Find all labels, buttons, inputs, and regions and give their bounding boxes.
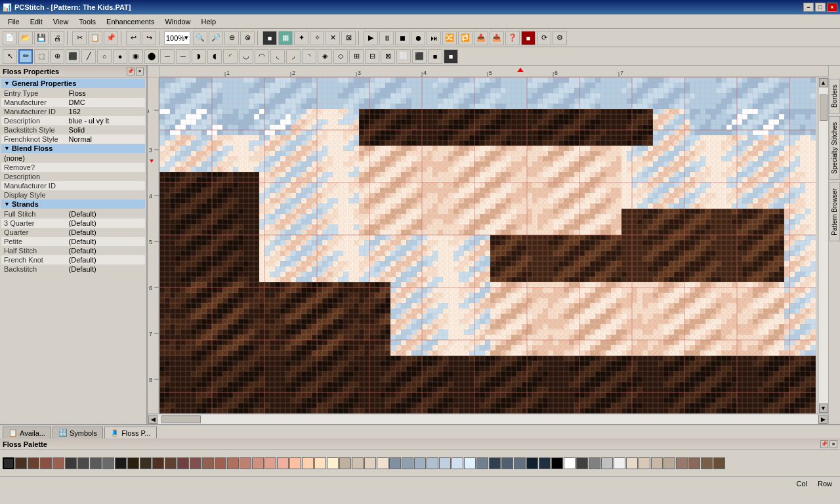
palette-swatch-38[interactable]	[476, 457, 488, 469]
s-tool[interactable]: ■	[444, 49, 458, 64]
palette-swatch-8[interactable]	[102, 457, 114, 469]
floss-panel-close[interactable]: ×	[136, 68, 144, 75]
palette-close-button[interactable]: ×	[830, 440, 837, 448]
r-tool[interactable]: ■	[428, 49, 442, 64]
symbols-tab[interactable]: 🔣 Symbols	[52, 427, 103, 438]
pick-tool[interactable]: ⊕	[50, 49, 64, 64]
palette-swatch-7[interactable]	[90, 457, 102, 469]
palette-swatch-5[interactable]	[65, 457, 77, 469]
palette-swatch-34[interactable]	[427, 457, 438, 469]
palette-swatch-52[interactable]	[651, 457, 663, 469]
palette-swatch-21[interactable]	[264, 457, 276, 469]
v-scrollbar[interactable]: ▲ ▼	[818, 77, 828, 413]
palette-swatch-35[interactable]	[439, 457, 451, 469]
zoom-dropdown-arrow[interactable]: ▾	[184, 33, 188, 42]
palette-swatch-32[interactable]	[402, 457, 413, 469]
undo-button[interactable]: ↩	[126, 31, 140, 45]
palette-swatch-47[interactable]	[589, 457, 600, 469]
p-tool[interactable]: ⬜	[396, 49, 411, 64]
zoom-in-button[interactable]: 🔎	[209, 31, 223, 45]
palette-swatch-46[interactable]	[576, 457, 588, 469]
erase-tool[interactable]: ⬚	[34, 49, 49, 64]
palette-swatch-55[interactable]	[688, 457, 700, 469]
palette-swatch-29[interactable]	[364, 457, 376, 469]
pattern-scroll-area[interactable]	[159, 77, 818, 413]
palette-swatch-16[interactable]	[202, 457, 214, 469]
palette-swatch-26[interactable]	[327, 457, 339, 469]
menu-view[interactable]: View	[48, 16, 74, 27]
palette-swatch-3[interactable]	[40, 457, 52, 469]
h-scrollbar[interactable]: ◀ ▶	[148, 413, 828, 424]
palette-swatch-0[interactable]	[3, 457, 14, 469]
specialty-stitches-tab[interactable]: Specialty Stitches	[829, 116, 840, 180]
palette-swatch-51[interactable]	[639, 457, 650, 469]
color-button[interactable]: ■	[262, 31, 277, 45]
palette-swatch-10[interactable]	[127, 457, 139, 469]
move-tool[interactable]: ◗	[192, 49, 206, 64]
new-button[interactable]: 📄	[3, 31, 17, 45]
t4-button[interactable]: ⏺	[411, 31, 425, 45]
pattern-browser-tab[interactable]: Pattern Browser	[829, 182, 840, 242]
pencil-tool[interactable]: ○	[97, 49, 112, 64]
select-tool[interactable]: ↖	[3, 49, 17, 64]
t7-button[interactable]: 🔁	[458, 31, 472, 45]
palette-swatch-42[interactable]	[526, 457, 538, 469]
menu-enhancements[interactable]: Enhancements	[101, 16, 159, 27]
sym2-button[interactable]: ✧	[310, 31, 324, 45]
available-tab[interactable]: 📋 Availa...	[3, 427, 51, 438]
palette-swatch-53[interactable]	[663, 457, 675, 469]
sym4-button[interactable]: ⊠	[341, 31, 356, 45]
t11-button[interactable]: ■	[521, 31, 536, 45]
zoom-out-button[interactable]: 🔍	[193, 31, 207, 45]
palette-swatch-54[interactable]	[676, 457, 688, 469]
palette-swatch-4[interactable]	[52, 457, 64, 469]
h-tool[interactable]: ◟	[270, 49, 285, 64]
paste-button[interactable]: 📌	[104, 31, 118, 45]
close-button[interactable]: ×	[827, 3, 837, 12]
palette-swatch-31[interactable]	[389, 457, 401, 469]
palette-swatch-40[interactable]	[501, 457, 513, 469]
sym-tool[interactable]: ─	[176, 49, 190, 64]
t1-button[interactable]: ▶	[364, 31, 378, 45]
strands-section[interactable]: ▼ Strands	[1, 200, 145, 209]
palette-swatch-27[interactable]	[339, 457, 351, 469]
palette-swatch-11[interactable]	[140, 457, 152, 469]
palette-swatch-23[interactable]	[289, 457, 301, 469]
t5-button[interactable]: ⏭	[427, 31, 441, 45]
palette-swatch-18[interactable]	[227, 457, 239, 469]
scroll-up-button[interactable]: ▲	[819, 78, 828, 87]
sym1-button[interactable]: ✦	[294, 31, 308, 45]
borders-tab[interactable]: Borders	[829, 79, 840, 114]
zoom-reset-button[interactable]: ⊗	[240, 31, 255, 45]
rect-tool[interactable]: ◉	[129, 49, 143, 64]
j-tool[interactable]: ◝	[302, 49, 316, 64]
palette-swatch-36[interactable]	[452, 457, 463, 469]
menu-file[interactable]: File	[3, 16, 25, 27]
menu-tools[interactable]: Tools	[74, 16, 101, 27]
palette-swatch-41[interactable]	[514, 457, 526, 469]
poly-tool[interactable]: ⬤	[144, 49, 159, 64]
menu-window[interactable]: Window	[159, 16, 196, 27]
floss-p-tab[interactable]: 🧵 Floss P...	[104, 427, 156, 438]
t10-button[interactable]: ❓	[505, 31, 520, 45]
scroll-thumb-h[interactable]	[161, 415, 201, 423]
minimize-button[interactable]: −	[803, 3, 814, 12]
palette-swatch-39[interactable]	[489, 457, 501, 469]
blend-floss-section[interactable]: ▼ Blend Floss	[1, 144, 145, 153]
scroll-down-button[interactable]: ▼	[819, 404, 828, 413]
scroll-right-button[interactable]: ▶	[818, 415, 828, 424]
scroll-thumb-v[interactable]	[820, 94, 828, 121]
palette-swatch-20[interactable]	[252, 457, 264, 469]
o-tool[interactable]: ⊠	[381, 49, 395, 64]
print-button[interactable]: 🖨	[50, 31, 64, 45]
q-tool[interactable]: ⬛	[412, 49, 427, 64]
palette-swatch-15[interactable]	[190, 457, 201, 469]
save-button[interactable]: 💾	[34, 31, 49, 45]
redo-button[interactable]: ↪	[142, 31, 156, 45]
d-tool[interactable]: ◖	[207, 49, 222, 64]
t8-button[interactable]: 📥	[474, 31, 488, 45]
m-tool[interactable]: ⊞	[349, 49, 364, 64]
e-tool[interactable]: ◜	[223, 49, 238, 64]
palette-swatch-57[interactable]	[713, 457, 725, 469]
text-tool[interactable]: ─	[160, 49, 175, 64]
